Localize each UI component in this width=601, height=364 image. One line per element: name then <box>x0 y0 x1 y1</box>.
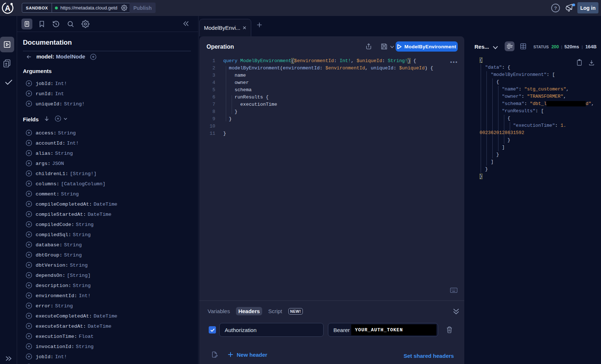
svg-text:?: ? <box>554 5 557 11</box>
svg-text:A: A <box>5 4 11 13</box>
